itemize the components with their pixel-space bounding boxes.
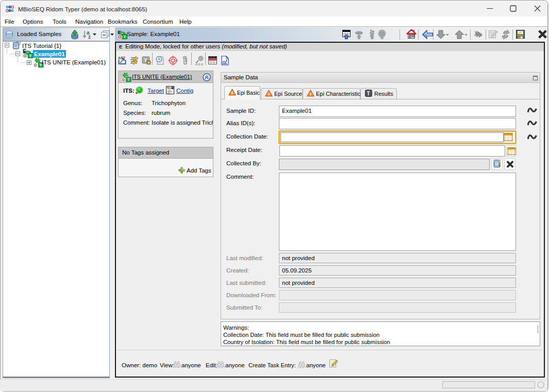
svg-text:!: ! xyxy=(231,91,233,96)
svg-text:!: ! xyxy=(310,92,311,97)
svg-text:T: T xyxy=(367,91,370,96)
svg-text:T: T xyxy=(123,35,126,39)
svg-text:T: T xyxy=(127,77,130,82)
svg-text:T: T xyxy=(29,54,32,58)
svg-text:!: ! xyxy=(268,92,270,97)
svg-text:E: E xyxy=(118,29,121,35)
svg-text:TCA: TCA xyxy=(167,87,172,90)
svg-text:z: z xyxy=(88,34,91,40)
svg-text:A G G: A G G xyxy=(195,63,203,66)
svg-text:E: E xyxy=(23,48,27,54)
svg-text:T: T xyxy=(144,58,147,63)
